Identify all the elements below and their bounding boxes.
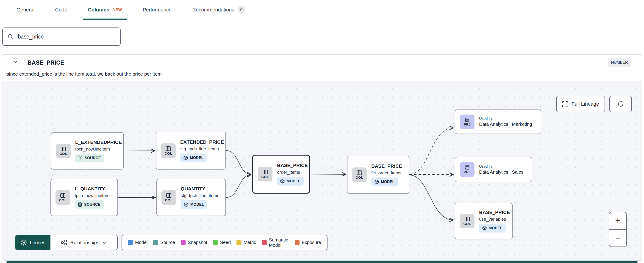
tab-label: Code (55, 7, 67, 13)
project-name: Data Analytics | Sales (479, 170, 523, 175)
node-title: L_EXTENDEDPRICE (75, 140, 122, 145)
tab-bar: General Code Columns NEW Performance Rec… (0, 0, 644, 20)
node-subtitle: stg_tpch_line_items (181, 193, 219, 198)
lineage-edges (2, 81, 642, 260)
chip-label: COL (463, 222, 471, 226)
legend-label: Exposure (302, 240, 321, 245)
legend-swatch (213, 240, 218, 245)
badge-label: SOURCE (84, 203, 100, 207)
cube-icon (184, 202, 188, 207)
lineage-node-base_price-use_variables[interactable]: COL BASE_PRICE use_variables MODEL (455, 203, 512, 240)
badge-label: MODEL (190, 156, 204, 160)
legend-swatch (128, 240, 133, 245)
node-title: QUANTITY (181, 186, 205, 192)
chevron-down-icon (102, 241, 106, 244)
resource-badge: MODEL (181, 200, 207, 209)
cube-icon (280, 179, 284, 184)
database-icon (78, 156, 82, 160)
badge-label: MODEL (190, 203, 204, 207)
node-title: BASE_PRICE (371, 163, 402, 169)
legend-swatch (262, 240, 267, 245)
node-title: BASE_PRICE (479, 210, 510, 215)
search-input[interactable] (18, 34, 116, 40)
table-columns-icon (464, 217, 470, 222)
chip-label: COL (356, 176, 363, 179)
lineage-node-used-in-marketing[interactable]: PRJ Used In Data Analytics | Marketing (455, 109, 541, 134)
legend-item-exposure: Exposure (295, 240, 321, 245)
lineage-node-extended_price[interactable]: COL EXTENDED_PRICE stg_tpch_line_items M… (156, 132, 226, 170)
lineage-node-l_extendedprice[interactable]: COL L_EXTENDEDPRICE tpch_now.lineitem SO… (51, 132, 124, 170)
chip-label: COL (59, 198, 66, 202)
used-in-label: Used In (479, 165, 492, 169)
badge-label: MODEL (381, 180, 395, 184)
tab-recommendations[interactable]: Recommendations 0 (192, 0, 245, 20)
legend-label: Snapshot (188, 240, 207, 245)
column-chip: COL (162, 190, 176, 205)
table-columns-icon (262, 170, 268, 175)
relationships-dropdown[interactable]: Relationships (50, 235, 117, 250)
legend-item-model: Model (128, 240, 148, 245)
column-panel: BASE_PRICE NUMBER since extended_price i… (2, 54, 642, 261)
used-in-label: Used In (479, 117, 492, 121)
resource-badge: MODEL (277, 177, 304, 186)
relationships-label: Relationships (70, 240, 99, 245)
badge-label: MODEL (287, 179, 300, 183)
tab-columns[interactable]: Columns NEW (88, 0, 122, 20)
node-title: EXTENDED_PRICE (180, 139, 224, 145)
column-type-badge: NUMBER (608, 58, 631, 67)
chip-label: COL (164, 151, 172, 155)
chip-label: COL (261, 175, 269, 179)
table-columns-icon (166, 146, 171, 151)
resource-badge: SOURCE (75, 154, 104, 162)
zoom-in-button[interactable]: + (609, 212, 626, 229)
legend-label: Semantic Model (269, 237, 289, 248)
column-chip: COL (258, 167, 272, 181)
cube-icon (482, 226, 487, 231)
legend-swatch (295, 240, 300, 245)
lenses-button[interactable]: Lenses (15, 235, 50, 250)
refresh-button[interactable] (609, 96, 632, 112)
resource-badge: SOURCE (75, 200, 104, 209)
tab-label: Recommendations (192, 7, 234, 13)
legend-swatch (236, 240, 241, 245)
node-title: BASE_PRICE (277, 163, 308, 168)
resource-badge: MODEL (371, 178, 398, 186)
legend-label: Metric (244, 240, 256, 245)
tab-label: General (16, 7, 34, 13)
resource-badge: MODEL (180, 154, 207, 162)
tab-code[interactable]: Code (55, 0, 67, 20)
tab-general[interactable]: General (16, 0, 34, 20)
lineage-node-l_quantity[interactable]: COL L_QUANTITY tpch_now.lineitem SOURCE (50, 179, 118, 216)
legend-label: Source (160, 240, 175, 245)
node-subtitle: stg_tpch_line_items (180, 146, 219, 151)
resource-badge: MODEL (479, 224, 506, 233)
legend-swatch (153, 240, 158, 245)
column-search[interactable] (2, 27, 121, 46)
table-columns-icon (60, 146, 66, 151)
lineage-canvas[interactable]: COL L_EXTENDEDPRICE tpch_now.lineitem SO… (2, 81, 642, 260)
table-columns-icon (60, 193, 66, 198)
lineage-node-base_price-order_items[interactable]: COL BASE_PRICE order_items MODEL (252, 155, 310, 194)
column-description: since extended_price is the line item to… (7, 71, 162, 77)
column-chip: COL (352, 168, 367, 182)
collapse-chevron-icon[interactable] (13, 60, 18, 64)
legend-item-snapshot: Snapshot (181, 240, 207, 245)
bottom-accent-bar (6, 261, 638, 263)
lineage-node-used-in-sales[interactable]: PRJ Used In Data Analytics | Sales (455, 157, 532, 182)
column-chip: COL (56, 190, 70, 205)
tab-label: Columns (88, 7, 110, 13)
lineage-node-base_price-fct_order_items[interactable]: COL BASE_PRICE fct_order_items MODEL (347, 156, 410, 194)
refresh-icon (617, 100, 624, 108)
zoom-out-button[interactable]: − (609, 229, 626, 247)
table-columns-icon (166, 193, 172, 198)
badge-label: SOURCE (85, 156, 101, 160)
cube-icon (374, 180, 379, 184)
lineage-node-quantity[interactable]: COL QUANTITY stg_tpch_line_items MODEL (156, 179, 226, 216)
cube-icon (184, 156, 188, 160)
lenses-label: Lenses (30, 240, 46, 245)
project-chip: PRJ (460, 162, 474, 177)
node-subtitle: use_variables (479, 217, 506, 222)
tab-performance[interactable]: Performance (143, 0, 172, 20)
node-subtitle: fct_order_items (371, 170, 401, 176)
full-lineage-button[interactable]: Full Lineage (556, 96, 605, 112)
